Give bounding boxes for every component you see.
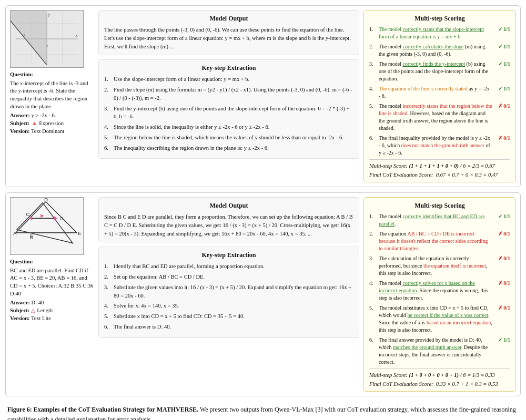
- model-output-title-1: Model Output: [104, 15, 353, 23]
- left-panel-2: A D E C B C B ▶ Question: BC and ED are: [10, 197, 94, 392]
- diagram-1: x y -3 -6: [10, 10, 84, 68]
- subject-line-2: Subject: △ Length: [10, 307, 94, 315]
- answer-line-1: Answer: y ≥ -2x - 6.: [10, 112, 94, 120]
- svg-text:x: x: [75, 33, 78, 38]
- answer-line-2: Answer: D: 40: [10, 299, 94, 307]
- step-1-5: The region below the line is shaded, whi…: [104, 134, 353, 142]
- version-line-2: Version: Text Lite: [10, 315, 94, 323]
- scoring-item-1-2: 2. The model correctly calculates the sl…: [369, 43, 510, 58]
- svg-text:-6: -6: [45, 44, 48, 47]
- scoring-item-2-3: 3. The calculation of the equation is co…: [369, 255, 510, 277]
- right-panel-1: Multi-step Scoring 1. The model correctl…: [363, 10, 516, 182]
- scoring-item-2-4: 4. The model correctly solves for x base…: [369, 280, 510, 302]
- main-container: x y -3 -6 Question: The x-intercept of t…: [5, 5, 521, 420]
- scoring-item-1-6: 6. The final inequality provided by the …: [369, 135, 510, 157]
- svg-text:-3: -3: [22, 33, 25, 37]
- step-2-2: Set up the equation: AB / BC = CD / DE.: [104, 273, 353, 281]
- key-step-card-2: Key-step Extraction Identify that BC and…: [98, 247, 359, 337]
- step-2-6: The final answer is D: 40.: [104, 323, 353, 331]
- question-label-2: Question:: [10, 258, 94, 266]
- question-block-2: Question: BC and ED are parallel. Find C…: [10, 258, 94, 323]
- middle-panel-1: Model Output The line passes through the…: [98, 10, 359, 182]
- middle-panel-2: Model Output Since B C and E D are paral…: [98, 197, 359, 392]
- scoring-title-2: Multi-step Scoring: [369, 202, 510, 210]
- svg-text:▶: ▶: [41, 213, 44, 218]
- caption-bold: Examples of the CoT Evaluation Strategy …: [34, 406, 198, 413]
- diagram-2: A D E C B C B ▶: [10, 197, 84, 255]
- example-row-1: x y -3 -6 Question: The x-intercept of t…: [5, 5, 521, 187]
- key-steps-list-2: Identify that BC and ED are parallel, fo…: [104, 262, 353, 331]
- model-output-text-1: The line passes through the points (-3, …: [104, 26, 353, 50]
- figure-caption: Figure 6: Examples of the CoT Evaluation…: [5, 405, 521, 420]
- scoring-panel-2: Multi-step Scoring 1. The model correctl…: [363, 197, 516, 392]
- scoring-list-2: 1. The model correctly identifies that B…: [369, 213, 510, 366]
- svg-text:A: A: [13, 230, 17, 236]
- svg-text:C: C: [26, 211, 30, 217]
- final-cot-score-1: Final CoT Evaluation Score: 0.67 × 0.7 +…: [369, 172, 510, 178]
- question-label-1: Question:: [10, 71, 94, 79]
- scoring-item-1-3: 3. The model correctly finds the y-inter…: [369, 60, 510, 83]
- key-step-title-2: Key-step Extraction: [104, 251, 353, 259]
- svg-rect-13: [11, 198, 83, 254]
- svg-text:C: C: [60, 216, 64, 221]
- model-output-text-2: Since B C and E D are parallel, they for…: [104, 213, 353, 238]
- question-text-2: BC and ED are parallel. Find CD if AC = …: [10, 267, 94, 298]
- subject-line-1: Subject: 🔺 Expression: [10, 120, 94, 128]
- key-step-card-1: Key-step Extraction Use the slope-interc…: [98, 59, 359, 159]
- step-1-6: The inequality describing the region dra…: [104, 144, 353, 152]
- figure-num: Figure 6:: [7, 406, 32, 413]
- step-1-4: Since the line is solid, the inequality …: [104, 123, 353, 131]
- svg-text:B: B: [29, 233, 33, 238]
- scoring-item-2-6: 6. The final answer provided by the mode…: [369, 336, 510, 366]
- divider-2: [369, 368, 510, 369]
- expression-icon-1: 🔺: [31, 120, 37, 127]
- svg-text:y: y: [48, 12, 50, 17]
- scoring-title-1: Multi-step Scoring: [369, 15, 510, 23]
- multi-step-score-1: Multi-step Score: (1 + 1 + 1 + 1 + 0 + 0…: [369, 163, 510, 169]
- key-steps-list-1: Use the slope-intercept form of a linear…: [104, 75, 353, 152]
- model-output-card-2: Model Output Since B C and E D are paral…: [98, 197, 359, 242]
- model-output-title-2: Model Output: [104, 202, 353, 210]
- scoring-item-2-1: 1. The model correctly identifies that B…: [369, 213, 510, 228]
- right-panel-2: Multi-step Scoring 1. The model correctl…: [363, 197, 516, 392]
- example-row-2: A D E C B C B ▶ Question: BC and ED are: [5, 192, 521, 396]
- model-output-card-1: Model Output The line passes through the…: [98, 10, 359, 55]
- scoring-panel-1: Multi-step Scoring 1. The model correctl…: [363, 10, 516, 182]
- step-1-2: Find the slope (m) using the formula: m …: [104, 86, 353, 103]
- left-panel-1: x y -3 -6 Question: The x-intercept of t…: [10, 10, 94, 182]
- divider-1: [369, 159, 510, 160]
- length-icon-2: △: [31, 307, 35, 314]
- svg-text:E: E: [78, 230, 82, 236]
- version-line-1: Version: Text Dominant: [10, 128, 94, 136]
- scoring-list-1: 1. The model correctly states that the s…: [369, 26, 510, 157]
- question-block-1: Question: The x-intercept of the line is…: [10, 71, 94, 136]
- step-2-3: Substitute the given values into it: 16 …: [104, 283, 353, 300]
- step-2-4: Solve for x: 4x = 140, x = 35.: [104, 302, 353, 310]
- multi-step-score-2: Multi-step Score: (1 + 0 + 0 + 0 + 0 + 1…: [369, 372, 510, 378]
- step-2-5: Substitute x into CD = x + 5 to find CD:…: [104, 312, 353, 321]
- scoring-item-2-5: 5. The model substitutes x into CD = x +…: [369, 304, 510, 334]
- scoring-item-2-2: 2. The equation AB / BC = CD / DE is inc…: [369, 230, 510, 252]
- step-1-3: Find the y-intercept (b) using one of th…: [104, 105, 353, 121]
- svg-text:D: D: [44, 197, 48, 202]
- scoring-item-1-5: 5. The model incorrectly states that the…: [369, 103, 510, 132]
- key-step-title-1: Key-step Extraction: [104, 64, 353, 72]
- step-1-1: Use the slope-intercept form of a linear…: [104, 75, 353, 84]
- final-cot-score-2: Final CoT Evaluation Score: 0.33 × 0.7 +…: [369, 381, 510, 387]
- question-text-1: The x-intercept of the line is -3 and th…: [10, 80, 94, 111]
- step-2-1: Identify that BC and ED are parallel, fo…: [104, 262, 353, 271]
- scoring-item-1-1: 1. The model correctly states that the s…: [369, 26, 510, 40]
- scoring-item-1-4: 4. The equation of the line is correctly…: [369, 85, 510, 100]
